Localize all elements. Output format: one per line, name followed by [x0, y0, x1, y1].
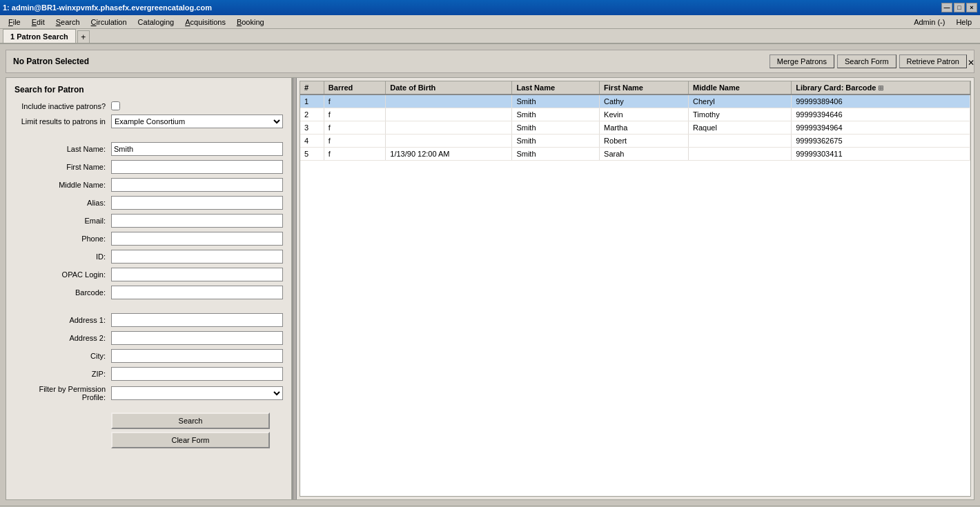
- col-header-library-card[interactable]: Library Card: Barcode ⊞: [792, 81, 970, 95]
- results-tbody: 1fSmithCathyCheryl999993894062fSmithKevi…: [300, 95, 970, 161]
- new-tab-button[interactable]: +: [77, 30, 90, 43]
- body-section: Search for Patron Include inactive patro…: [6, 77, 974, 500]
- cell-3: Smith: [512, 148, 600, 161]
- results-table-wrapper: # Barred Date of Birth Last Name First N…: [300, 81, 971, 497]
- middle-name-label: Middle Name:: [14, 181, 111, 189]
- menu-edit[interactable]: Edit: [26, 17, 50, 28]
- cell-0: 4: [300, 135, 324, 148]
- alias-row: Alias:: [14, 196, 283, 210]
- city-label: City:: [14, 352, 111, 360]
- limit-results-label: Limit results to patrons in: [14, 117, 111, 126]
- address2-label: Address 2:: [14, 334, 111, 342]
- tab-patron-search[interactable]: 1 Patron Search: [3, 29, 76, 43]
- filter-profile-select[interactable]: [111, 386, 283, 400]
- phone-label: Phone:: [14, 235, 111, 243]
- col-header-num[interactable]: #: [300, 81, 324, 95]
- menu-file[interactable]: File: [3, 17, 26, 28]
- tab-close-button[interactable]: ✕: [965, 58, 977, 68]
- middle-name-row: Middle Name:: [14, 178, 283, 192]
- city-input[interactable]: [111, 349, 283, 363]
- cell-6: 99999303411: [792, 148, 970, 161]
- include-inactive-checkbox[interactable]: [111, 101, 120, 110]
- table-row[interactable]: 1fSmithCathyCheryl99999389406: [300, 95, 970, 108]
- cell-3: Smith: [512, 95, 600, 108]
- cell-4: Robert: [600, 135, 689, 148]
- menu-help[interactable]: Help: [950, 17, 977, 28]
- cell-6: 99999394964: [792, 121, 970, 135]
- first-name-label: First Name:: [14, 163, 111, 171]
- table-row[interactable]: 3fSmithMarthaRaquel99999394964: [300, 121, 970, 135]
- last-name-row: Last Name:: [14, 142, 283, 156]
- zip-input[interactable]: [111, 367, 283, 381]
- alias-input[interactable]: [111, 196, 283, 210]
- search-button[interactable]: Search: [111, 412, 270, 429]
- limit-results-select[interactable]: Example Consortium BR1 BR2 BR3: [111, 115, 283, 128]
- menu-acquisitions[interactable]: Acquisitions: [179, 17, 231, 28]
- tab-label: 1 Patron Search: [10, 32, 68, 41]
- cell-2: [386, 95, 512, 108]
- barcode-input[interactable]: [111, 286, 283, 299]
- col-header-dob[interactable]: Date of Birth: [386, 81, 512, 95]
- middle-name-input[interactable]: [111, 178, 283, 192]
- table-row[interactable]: 2fSmithKevinTimothy99999394646: [300, 108, 970, 121]
- address2-row: Address 2:: [14, 331, 283, 345]
- filter-profile-label: Filter by Permission Profile:: [14, 385, 111, 401]
- maximize-button[interactable]: □: [954, 3, 965, 12]
- cell-4: Kevin: [600, 108, 689, 121]
- cell-1: f: [324, 108, 385, 121]
- first-name-input[interactable]: [111, 160, 283, 174]
- menu-bar: File Edit Search Circulation Cataloging …: [0, 15, 980, 29]
- tab-bar: 1 Patron Search + ✕: [0, 29, 980, 44]
- cell-0: 2: [300, 108, 324, 121]
- zip-label: ZIP:: [14, 370, 111, 378]
- cell-6: 99999362675: [792, 135, 970, 148]
- close-button[interactable]: ×: [966, 3, 977, 12]
- cell-1: f: [324, 148, 385, 161]
- retrieve-patron-button[interactable]: Retrieve Patron: [899, 54, 967, 68]
- first-name-row: First Name:: [14, 160, 283, 174]
- col-header-middle-name[interactable]: Middle Name: [689, 81, 792, 95]
- table-row[interactable]: 5f1/13/90 12:00 AMSmithSarah99999303411: [300, 148, 970, 161]
- address2-input[interactable]: [111, 331, 283, 345]
- form-buttons: Search Clear Form: [14, 412, 283, 448]
- last-name-label: Last Name:: [14, 145, 111, 153]
- zip-row: ZIP:: [14, 367, 283, 381]
- cell-5: Raquel: [689, 121, 792, 135]
- cell-5: Timothy: [689, 108, 792, 121]
- cell-1: f: [324, 95, 385, 108]
- menu-circulation[interactable]: Circulation: [86, 17, 133, 28]
- title-bar: 1: admin@BR1-winxpvmfx.phasefx.evergreen…: [0, 0, 980, 15]
- table-row[interactable]: 4fSmithRobert99999362675: [300, 135, 970, 148]
- cell-3: Smith: [512, 121, 600, 135]
- top-section: No Patron Selected Merge Patrons Search …: [6, 50, 974, 73]
- cell-2: [386, 108, 512, 121]
- top-buttons: Merge Patrons Search Form Retrieve Patro…: [770, 54, 967, 68]
- menu-admin[interactable]: Admin (-): [908, 17, 950, 28]
- phone-input[interactable]: [111, 232, 283, 246]
- col-header-last-name[interactable]: Last Name: [512, 81, 600, 95]
- last-name-input[interactable]: [111, 142, 283, 156]
- menu-booking[interactable]: Booking: [231, 17, 270, 28]
- cell-4: Cathy: [600, 95, 689, 108]
- clear-form-button[interactable]: Clear Form: [111, 432, 270, 448]
- search-form-button[interactable]: Search Form: [837, 54, 896, 68]
- col-header-barred[interactable]: Barred: [324, 81, 385, 95]
- merge-patrons-button[interactable]: Merge Patrons: [770, 54, 834, 68]
- search-panel: Search for Patron Include inactive patro…: [6, 78, 293, 499]
- menu-cataloging[interactable]: Cataloging: [133, 17, 180, 28]
- id-label: ID:: [14, 252, 111, 261]
- main-area: No Patron Selected Merge Patrons Search …: [0, 44, 980, 506]
- opac-login-input[interactable]: [111, 268, 283, 281]
- cell-1: f: [324, 121, 385, 135]
- cell-3: Smith: [512, 108, 600, 121]
- cell-6: 99999389406: [792, 95, 970, 108]
- email-row: Email:: [14, 214, 283, 228]
- filter-profile-row: Filter by Permission Profile:: [14, 385, 283, 401]
- address1-input[interactable]: [111, 313, 283, 327]
- col-header-first-name[interactable]: First Name: [600, 81, 689, 95]
- minimize-button[interactable]: —: [941, 3, 952, 12]
- cell-2: [386, 121, 512, 135]
- menu-search[interactable]: Search: [50, 17, 86, 28]
- id-input[interactable]: [111, 250, 283, 264]
- email-input[interactable]: [111, 214, 283, 228]
